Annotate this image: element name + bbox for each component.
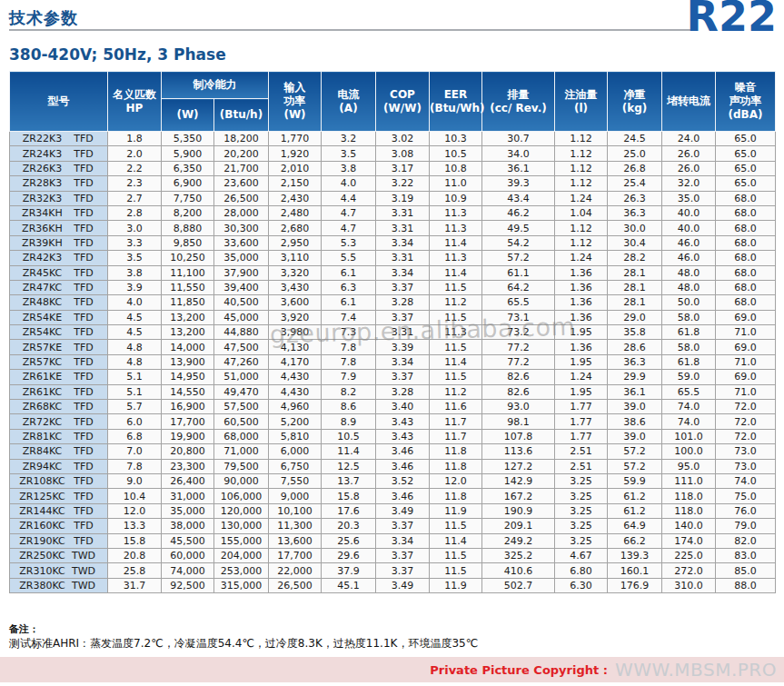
model-name: ZR54KE bbox=[17, 312, 67, 323]
motor-type: TWD bbox=[67, 580, 100, 592]
value-cell: 3.9 bbox=[108, 280, 162, 294]
value-cell: 68.0 bbox=[716, 280, 776, 294]
value-cell: 90,000 bbox=[214, 473, 269, 488]
value-cell: 28.1 bbox=[608, 265, 662, 280]
value-cell: 3.34 bbox=[376, 235, 430, 250]
model-name: ZR26K3 bbox=[17, 163, 67, 174]
value-cell: 4.5 bbox=[108, 325, 162, 340]
model-cell: ZR47KCTFD bbox=[10, 280, 108, 294]
model-cell: ZR26K3TFD bbox=[10, 161, 108, 175]
model-name: ZR380KC bbox=[17, 580, 67, 592]
value-cell: 11.2 bbox=[430, 384, 482, 399]
value-cell: 3.31 bbox=[376, 251, 430, 265]
table-row: ZR61KETFD5.114,95051,0004,4307.93.3711.5… bbox=[10, 370, 776, 384]
notes-text: 测试标准AHRI：蒸发温度7.2℃，冷凝温度54.4℃，过冷度8.3K，过热度1… bbox=[9, 636, 478, 651]
model-name: ZR84KC bbox=[17, 445, 67, 457]
value-cell: 74.0 bbox=[716, 473, 776, 488]
value-cell: 13.3 bbox=[108, 519, 162, 533]
value-cell: 15.8 bbox=[322, 489, 376, 503]
motor-type: TFD bbox=[67, 505, 100, 517]
value-cell: 60,000 bbox=[162, 548, 214, 562]
value-cell: 11.4 bbox=[430, 265, 482, 280]
value-cell: 11.3 bbox=[430, 325, 482, 340]
value-cell: 72.0 bbox=[716, 414, 776, 429]
value-cell: 3.25 bbox=[555, 473, 608, 488]
value-cell: 3.25 bbox=[555, 489, 608, 503]
value-cell: 57,500 bbox=[214, 400, 269, 414]
value-cell: 1.77 bbox=[555, 414, 608, 429]
value-cell: 82.6 bbox=[482, 384, 555, 399]
value-cell: 3.46 bbox=[376, 459, 430, 473]
value-cell: 7.0 bbox=[108, 444, 162, 459]
value-cell: 3,920 bbox=[269, 310, 322, 324]
motor-type: TFD bbox=[67, 520, 100, 532]
value-cell: 1.24 bbox=[555, 370, 608, 384]
col-oil-charge: 注油量 (l) bbox=[555, 72, 608, 132]
value-cell: 130,000 bbox=[214, 519, 269, 533]
value-cell: 68.0 bbox=[716, 191, 776, 205]
value-cell: 1.36 bbox=[555, 280, 608, 294]
value-cell: 93.0 bbox=[482, 400, 555, 414]
value-cell: 4.4 bbox=[322, 191, 376, 205]
value-cell: 38,000 bbox=[162, 519, 214, 533]
motor-type: TWD bbox=[67, 550, 100, 562]
refrigerant-label: R22 bbox=[687, 0, 777, 40]
value-cell: 1.77 bbox=[555, 429, 608, 443]
value-cell: 1.36 bbox=[555, 340, 608, 354]
value-cell: 40.0 bbox=[662, 221, 716, 235]
table-body: ZR22K3TFD1.85,35018,2001,7703.23.0210.33… bbox=[10, 132, 776, 593]
value-cell: 40.0 bbox=[662, 205, 716, 220]
value-cell: 11,300 bbox=[269, 519, 322, 533]
value-cell: 249.2 bbox=[482, 533, 555, 548]
motor-type: TFD bbox=[67, 312, 100, 323]
value-cell: 14,950 bbox=[162, 370, 214, 384]
model-name: ZR108KC bbox=[17, 475, 67, 487]
value-cell: 4,430 bbox=[269, 384, 322, 399]
table-row: ZR310KCTWD25.874,000253,00022,00037.93.3… bbox=[10, 563, 776, 578]
voltage-subtitle: 380-420V; 50Hz, 3 Phase bbox=[9, 45, 226, 64]
value-cell: 28.2 bbox=[608, 251, 662, 265]
model-cell: ZR310KCTWD bbox=[10, 563, 108, 578]
motor-type: TFD bbox=[67, 326, 100, 338]
value-cell: 48.0 bbox=[662, 280, 716, 294]
value-cell: 29.9 bbox=[608, 370, 662, 384]
value-cell: 2.51 bbox=[555, 444, 608, 459]
col-sound-power: 噪音 声功率 (dBA) bbox=[716, 72, 776, 132]
value-cell: 8,200 bbox=[162, 205, 214, 220]
value-cell: 25.4 bbox=[608, 176, 662, 191]
value-cell: 2.3 bbox=[108, 176, 162, 191]
value-cell: 1.24 bbox=[555, 251, 608, 265]
table-row: ZR28K3TFD2.36,90023,6002,1504.03.2211.03… bbox=[10, 176, 776, 191]
value-cell: 2,150 bbox=[269, 176, 322, 191]
model-cell: ZR34KHTFD bbox=[10, 205, 108, 220]
model-name: ZR61KE bbox=[17, 371, 67, 383]
value-cell: 85.0 bbox=[716, 563, 776, 578]
value-cell: 25.0 bbox=[608, 146, 662, 161]
model-cell: ZR45KCTFD bbox=[10, 265, 108, 280]
value-cell: 72.0 bbox=[716, 400, 776, 414]
value-cell: 17,700 bbox=[269, 548, 322, 562]
value-cell: 25.8 bbox=[108, 563, 162, 578]
model-cell: ZR160KCTFD bbox=[10, 519, 108, 533]
model-cell: ZR108KCTFD bbox=[10, 473, 108, 488]
value-cell: 3.25 bbox=[555, 519, 608, 533]
value-cell: 60,500 bbox=[214, 414, 269, 429]
value-cell: 3.49 bbox=[376, 578, 430, 592]
model-cell: ZR22K3TFD bbox=[10, 132, 108, 146]
value-cell: 3,980 bbox=[269, 325, 322, 340]
spec-table: 型号 名义匹数 HP 制冷能力 输入 功率 (W) 电流 (A) COP (W/… bbox=[9, 71, 776, 593]
value-cell: 6.1 bbox=[322, 265, 376, 280]
value-cell: 2.8 bbox=[108, 205, 162, 220]
value-cell: 59.0 bbox=[662, 370, 716, 384]
site-url-text: WWW.MBSM.PRO bbox=[615, 659, 777, 681]
model-cell: ZR250KCTWD bbox=[10, 548, 108, 562]
value-cell: 57.2 bbox=[608, 459, 662, 473]
value-cell: 9,000 bbox=[269, 489, 322, 503]
value-cell: 10,100 bbox=[269, 503, 322, 518]
col-current: 电流 (A) bbox=[322, 72, 376, 132]
value-cell: 54.2 bbox=[482, 235, 555, 250]
value-cell: 6.1 bbox=[322, 295, 376, 310]
value-cell: 3.2 bbox=[322, 132, 376, 146]
value-cell: 61.8 bbox=[662, 325, 716, 340]
value-cell: 77.2 bbox=[482, 340, 555, 354]
